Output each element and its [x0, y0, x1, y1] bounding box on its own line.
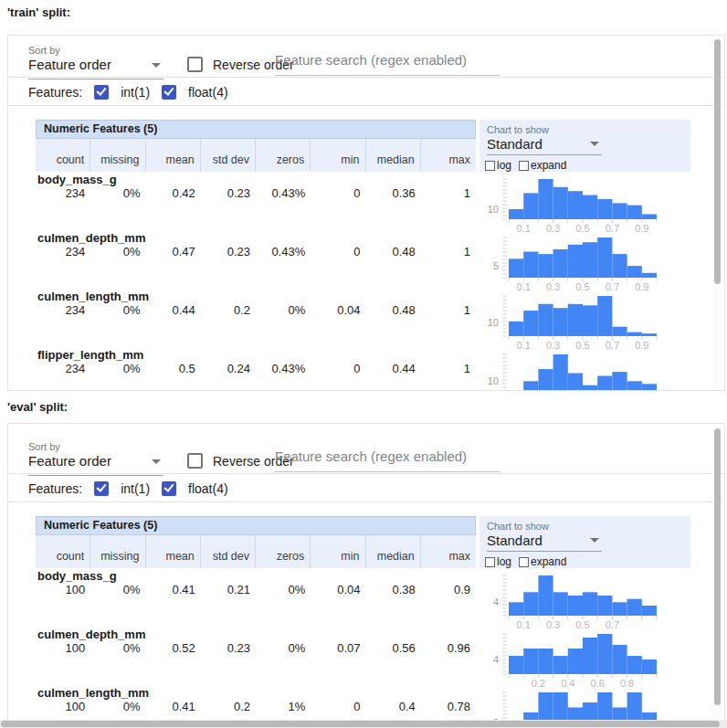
divider: [8, 473, 724, 474]
chart-to-show-label: Chart to show: [479, 516, 690, 532]
chart-type-dropdown[interactable]: Standard: [487, 533, 602, 552]
chevron-down-icon: [152, 63, 161, 68]
histogram-chart[interactable]: 40.10.30.50.7: [479, 568, 693, 628]
chart-type-dropdown[interactable]: Standard: [487, 136, 602, 155]
cell-missing: 0%: [90, 641, 145, 655]
column-header-mean: mean: [146, 535, 201, 568]
train-split-title: 'train' split:: [7, 5, 70, 19]
cell-min: 0.07: [311, 641, 365, 655]
int-type-label: int(1): [121, 85, 150, 100]
cell-missing: 0%: [90, 245, 145, 258]
cell-count: 234: [36, 245, 90, 258]
log-checkbox[interactable]: [485, 161, 495, 171]
feature-search-input[interactable]: [275, 52, 500, 76]
cell-missing: 0%: [90, 362, 145, 375]
cell-zeros: 0%: [256, 641, 311, 655]
histogram-chart[interactable]: 100.10.30.50.70.9: [479, 347, 693, 391]
table-row: culmen_length_mm 234 0% 0.44 0.2 0% 0.04…: [36, 289, 721, 347]
float-type-checkbox[interactable]: [162, 481, 176, 496]
cell-missing: 0%: [90, 583, 145, 596]
expand-checkbox[interactable]: [519, 557, 529, 567]
histogram-chart[interactable]: 100.10.30.50.70.9: [479, 289, 693, 349]
numeric-features-header: Numeric Features (5): [36, 516, 476, 535]
cell-mean: 0.5: [146, 362, 201, 375]
float-type-label: float(4): [188, 481, 228, 496]
sort-by-label: Sort by: [28, 45, 60, 56]
column-header-missing: missing: [90, 535, 145, 568]
float-type-label: float(4): [188, 85, 228, 100]
cell-mean: 0.41: [146, 583, 201, 596]
cell-median: 0.38: [366, 583, 421, 596]
cell-zeros: 0%: [256, 583, 311, 596]
column-header-zeros: zeros: [256, 139, 311, 172]
eval-split-title: 'eval' split:: [7, 400, 68, 414]
chart-type-value: Standard: [487, 136, 543, 152]
cell-min: 0: [311, 362, 365, 375]
cell-median: 0.36: [366, 186, 421, 200]
log-checkbox[interactable]: [485, 557, 495, 567]
cell-max: 0.9: [421, 583, 476, 596]
table-row: culmen_length_mm 100 0% 0.41 0.2 1% 0 0.…: [36, 685, 721, 721]
reverse-order-checkbox[interactable]: [187, 453, 203, 469]
feature-name: body_mass_g: [37, 569, 117, 583]
cell-count: 234: [36, 186, 90, 200]
int-type-label: int(1): [121, 481, 150, 496]
feature-name: culmen_length_mm: [37, 686, 149, 700]
cell-min: 0: [311, 245, 365, 258]
feature-name: culmen_depth_mm: [37, 628, 145, 641]
expand-checkbox[interactable]: [519, 161, 529, 171]
divider: [8, 501, 724, 502]
cell-zeros: 0.43%: [256, 245, 311, 258]
horizontal-scrollbar[interactable]: [0, 720, 727, 728]
expand-label: expand: [531, 555, 566, 568]
column-header-missing: missing: [90, 139, 145, 172]
cell-median: 0.48: [366, 303, 421, 317]
column-header-count: count: [36, 139, 90, 172]
scrollbar-thumb[interactable]: [714, 39, 721, 284]
divider: [8, 105, 724, 106]
cell-min: 0: [311, 700, 365, 713]
svg-text:10: 10: [488, 204, 499, 215]
cell-median: 0.48: [366, 245, 421, 258]
cell-missing: 0%: [90, 303, 145, 317]
cell-missing: 0%: [90, 700, 145, 713]
vertical-scrollbar[interactable]: [713, 426, 722, 718]
histogram-chart[interactable]: 50.10.30.50.70.9: [479, 230, 693, 290]
feature-search-input[interactable]: [275, 448, 500, 472]
histogram-chart[interactable]: 100.10.30.50.70.9: [479, 172, 693, 232]
features-label: Features:: [28, 85, 82, 100]
scrollbar-thumb[interactable]: [714, 428, 721, 705]
cell-mean: 0.42: [146, 186, 201, 200]
cell-stddev: 0.23: [201, 186, 256, 200]
cell-min: 0.04: [311, 303, 365, 317]
feature-name: flipper_length_mm: [37, 348, 143, 362]
sort-by-value: Feature order: [28, 57, 111, 72]
int-type-checkbox[interactable]: [94, 481, 109, 496]
chevron-down-icon: [152, 459, 161, 464]
cell-max: 1: [421, 186, 476, 200]
float-type-checkbox[interactable]: [162, 85, 176, 100]
cell-max: 1: [421, 303, 476, 317]
cell-stddev: 0.2: [201, 700, 256, 713]
cell-median: 0.56: [366, 641, 421, 655]
table-column-header-row: count missing mean std dev zeros min med…: [36, 139, 476, 172]
column-header-min: min: [311, 139, 365, 172]
cell-max: 1: [421, 245, 476, 258]
column-header-max: max: [421, 535, 476, 568]
int-type-checkbox[interactable]: [94, 85, 109, 100]
scrollbar-thumb[interactable]: [1, 721, 720, 727]
vertical-scrollbar[interactable]: [713, 37, 722, 388]
table-row: culmen_depth_mm 100 0% 0.52 0.23 0% 0.07…: [36, 627, 721, 685]
column-header-median: median: [366, 535, 421, 568]
column-header-zeros: zeros: [256, 535, 311, 568]
svg-text:5: 5: [493, 260, 499, 271]
histogram-chart[interactable]: 20.20.40.60.8: [479, 685, 693, 721]
cell-missing: 0%: [90, 186, 145, 200]
table-column-header-row: count missing mean std dev zeros min med…: [36, 535, 476, 568]
column-header-median: median: [366, 139, 421, 172]
histogram-chart[interactable]: 40.20.40.60.8: [479, 627, 693, 687]
cell-count: 100: [36, 700, 90, 713]
cell-stddev: 0.23: [201, 641, 256, 655]
cell-min: 0: [311, 186, 365, 200]
reverse-order-checkbox[interactable]: [187, 57, 203, 72]
